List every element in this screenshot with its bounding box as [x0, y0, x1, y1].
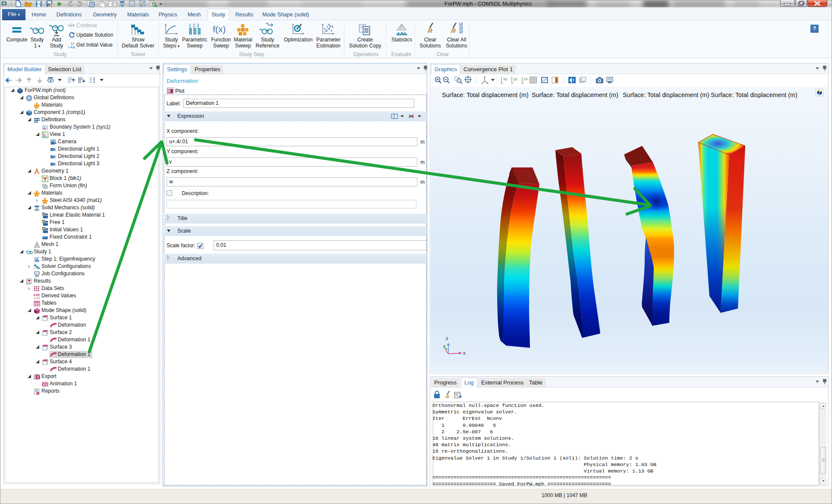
svg-text:yz: yz	[514, 77, 518, 81]
svg-text:D: D	[43, 220, 45, 223]
svg-text:y: y	[443, 343, 446, 349]
svg-text:1 2 3: 1 2 3	[189, 23, 199, 28]
svg-text:f(x): f(x)	[213, 24, 226, 34]
svg-text:D: D	[43, 227, 45, 230]
svg-text:zx: zx	[524, 77, 528, 81]
svg-text:D: D	[43, 212, 45, 215]
svg-text:x: x	[463, 350, 466, 356]
svg-text:z: z	[446, 336, 448, 341]
svg-text:xy: xy	[503, 77, 507, 81]
svg-text:8.85: 8.85	[34, 293, 40, 296]
svg-text:e-12: e-12	[34, 296, 40, 299]
svg-text:U: U	[71, 41, 74, 46]
svg-text:t: t	[68, 45, 69, 49]
